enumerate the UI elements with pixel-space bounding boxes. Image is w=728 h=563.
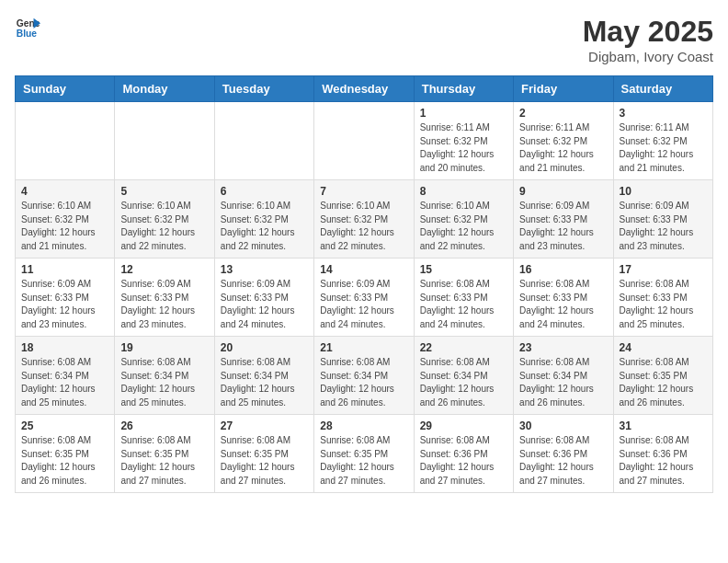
column-header-sunday: Sunday (16, 76, 115, 102)
month-year: May 2025 (583, 15, 713, 49)
day-info: Sunrise: 6:08 AM Sunset: 6:35 PM Dayligh… (221, 434, 308, 488)
day-number: 21 (320, 341, 407, 354)
day-number: 26 (120, 419, 208, 432)
calendar-week-row: 11Sunrise: 6:09 AM Sunset: 6:33 PM Dayli… (16, 259, 713, 337)
day-number: 20 (221, 341, 308, 354)
column-header-monday: Monday (115, 76, 214, 102)
day-info: Sunrise: 6:09 AM Sunset: 6:33 PM Dayligh… (221, 278, 308, 331)
day-number: 1 (420, 107, 507, 120)
day-info: Sunrise: 6:09 AM Sunset: 6:33 PM Dayligh… (120, 278, 208, 331)
calendar-cell: 25Sunrise: 6:08 AM Sunset: 6:35 PM Dayli… (16, 415, 115, 493)
day-info: Sunrise: 6:10 AM Sunset: 6:32 PM Dayligh… (420, 200, 507, 253)
calendar-cell: 23Sunrise: 6:08 AM Sunset: 6:34 PM Dayli… (514, 337, 613, 415)
day-number: 31 (620, 419, 707, 432)
day-info: Sunrise: 6:08 AM Sunset: 6:34 PM Dayligh… (320, 356, 407, 409)
calendar-cell: 17Sunrise: 6:08 AM Sunset: 6:33 PM Dayli… (613, 259, 712, 337)
calendar-cell: 27Sunrise: 6:08 AM Sunset: 6:35 PM Dayli… (214, 415, 313, 493)
day-number: 16 (519, 263, 607, 276)
day-info: Sunrise: 6:08 AM Sunset: 6:36 PM Dayligh… (620, 434, 707, 488)
day-number: 14 (320, 263, 407, 276)
calendar-cell: 8Sunrise: 6:10 AM Sunset: 6:32 PM Daylig… (414, 180, 513, 259)
day-number: 28 (320, 419, 407, 432)
day-number: 27 (221, 419, 308, 432)
page-header: General Blue May 2025 Digbam, Ivory Coas… (15, 15, 713, 64)
calendar-cell: 1Sunrise: 6:11 AM Sunset: 6:32 PM Daylig… (414, 102, 513, 180)
calendar-cell: 10Sunrise: 6:09 AM Sunset: 6:33 PM Dayli… (613, 180, 712, 259)
column-header-saturday: Saturday (613, 76, 712, 102)
day-info: Sunrise: 6:08 AM Sunset: 6:35 PM Dayligh… (120, 434, 208, 488)
day-info: Sunrise: 6:09 AM Sunset: 6:33 PM Dayligh… (519, 200, 607, 253)
calendar-cell (16, 102, 115, 180)
day-number: 11 (21, 263, 108, 276)
day-info: Sunrise: 6:08 AM Sunset: 6:34 PM Dayligh… (21, 356, 108, 409)
calendar-cell: 4Sunrise: 6:10 AM Sunset: 6:32 PM Daylig… (16, 180, 115, 259)
calendar-header-row: SundayMondayTuesdayWednesdayThursdayFrid… (16, 76, 713, 102)
calendar-cell: 11Sunrise: 6:09 AM Sunset: 6:33 PM Dayli… (16, 259, 115, 337)
day-number: 3 (620, 107, 707, 120)
day-number: 4 (21, 185, 108, 198)
calendar-cell (314, 102, 414, 180)
calendar-cell: 5Sunrise: 6:10 AM Sunset: 6:32 PM Daylig… (115, 180, 214, 259)
day-info: Sunrise: 6:10 AM Sunset: 6:32 PM Dayligh… (221, 200, 308, 253)
calendar-cell: 6Sunrise: 6:10 AM Sunset: 6:32 PM Daylig… (214, 180, 313, 259)
column-header-thursday: Thursday (414, 76, 513, 102)
day-info: Sunrise: 6:11 AM Sunset: 6:32 PM Dayligh… (420, 121, 507, 175)
day-number: 18 (21, 341, 108, 354)
day-number: 9 (519, 185, 607, 198)
day-number: 6 (221, 185, 308, 198)
calendar-cell: 19Sunrise: 6:08 AM Sunset: 6:34 PM Dayli… (115, 337, 214, 415)
calendar-cell: 9Sunrise: 6:09 AM Sunset: 6:33 PM Daylig… (514, 180, 613, 259)
day-info: Sunrise: 6:08 AM Sunset: 6:36 PM Dayligh… (519, 434, 607, 488)
calendar-cell (214, 102, 313, 180)
day-number: 13 (221, 263, 308, 276)
calendar-cell: 12Sunrise: 6:09 AM Sunset: 6:33 PM Dayli… (115, 259, 214, 337)
day-info: Sunrise: 6:08 AM Sunset: 6:33 PM Dayligh… (420, 278, 507, 331)
day-number: 5 (120, 185, 208, 198)
day-info: Sunrise: 6:08 AM Sunset: 6:33 PM Dayligh… (620, 278, 707, 331)
calendar-cell: 2Sunrise: 6:11 AM Sunset: 6:32 PM Daylig… (514, 102, 613, 180)
calendar-cell: 21Sunrise: 6:08 AM Sunset: 6:34 PM Dayli… (314, 337, 414, 415)
column-header-tuesday: Tuesday (214, 76, 313, 102)
logo: General Blue (15, 15, 40, 40)
day-info: Sunrise: 6:11 AM Sunset: 6:32 PM Dayligh… (519, 121, 607, 175)
calendar-cell: 18Sunrise: 6:08 AM Sunset: 6:34 PM Dayli… (16, 337, 115, 415)
calendar-cell: 14Sunrise: 6:09 AM Sunset: 6:33 PM Dayli… (314, 259, 414, 337)
day-info: Sunrise: 6:09 AM Sunset: 6:33 PM Dayligh… (320, 278, 407, 331)
calendar-week-row: 18Sunrise: 6:08 AM Sunset: 6:34 PM Dayli… (16, 337, 713, 415)
calendar-cell (115, 102, 214, 180)
calendar-week-row: 1Sunrise: 6:11 AM Sunset: 6:32 PM Daylig… (16, 102, 713, 180)
calendar-cell: 24Sunrise: 6:08 AM Sunset: 6:35 PM Dayli… (613, 337, 712, 415)
day-info: Sunrise: 6:10 AM Sunset: 6:32 PM Dayligh… (21, 200, 108, 253)
day-number: 23 (519, 341, 607, 354)
day-number: 25 (21, 419, 108, 432)
logo-icon: General Blue (15, 15, 40, 40)
day-info: Sunrise: 6:08 AM Sunset: 6:34 PM Dayligh… (120, 356, 208, 409)
day-number: 7 (320, 185, 407, 198)
day-info: Sunrise: 6:08 AM Sunset: 6:35 PM Dayligh… (320, 434, 407, 488)
day-number: 15 (420, 263, 507, 276)
calendar-cell: 7Sunrise: 6:10 AM Sunset: 6:32 PM Daylig… (314, 180, 414, 259)
day-info: Sunrise: 6:09 AM Sunset: 6:33 PM Dayligh… (21, 278, 108, 331)
day-number: 19 (120, 341, 208, 354)
calendar-cell: 30Sunrise: 6:08 AM Sunset: 6:36 PM Dayli… (514, 415, 613, 493)
day-info: Sunrise: 6:08 AM Sunset: 6:33 PM Dayligh… (519, 278, 607, 331)
calendar-cell: 20Sunrise: 6:08 AM Sunset: 6:34 PM Dayli… (214, 337, 313, 415)
day-number: 22 (420, 341, 507, 354)
location: Digbam, Ivory Coast (583, 49, 713, 64)
day-info: Sunrise: 6:10 AM Sunset: 6:32 PM Dayligh… (320, 200, 407, 253)
day-number: 8 (420, 185, 507, 198)
day-number: 30 (519, 419, 607, 432)
calendar-cell: 3Sunrise: 6:11 AM Sunset: 6:32 PM Daylig… (613, 102, 712, 180)
day-info: Sunrise: 6:09 AM Sunset: 6:33 PM Dayligh… (620, 200, 707, 253)
calendar-cell: 29Sunrise: 6:08 AM Sunset: 6:36 PM Dayli… (414, 415, 513, 493)
day-number: 12 (120, 263, 208, 276)
calendar-cell: 22Sunrise: 6:08 AM Sunset: 6:34 PM Dayli… (414, 337, 513, 415)
day-number: 10 (620, 185, 707, 198)
day-info: Sunrise: 6:08 AM Sunset: 6:35 PM Dayligh… (620, 356, 707, 409)
day-number: 29 (420, 419, 507, 432)
calendar-cell: 26Sunrise: 6:08 AM Sunset: 6:35 PM Dayli… (115, 415, 214, 493)
day-info: Sunrise: 6:08 AM Sunset: 6:34 PM Dayligh… (221, 356, 308, 409)
day-info: Sunrise: 6:08 AM Sunset: 6:34 PM Dayligh… (519, 356, 607, 409)
title-block: May 2025 Digbam, Ivory Coast (583, 15, 713, 64)
calendar-week-row: 4Sunrise: 6:10 AM Sunset: 6:32 PM Daylig… (16, 180, 713, 259)
